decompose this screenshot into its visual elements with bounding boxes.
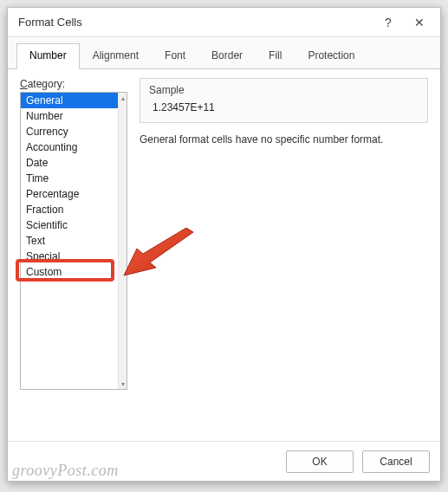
category-scientific[interactable]: Scientific xyxy=(21,217,118,233)
tab-alignment[interactable]: Alignment xyxy=(80,43,152,69)
tab-protection[interactable]: Protection xyxy=(295,43,367,69)
category-date[interactable]: Date xyxy=(21,155,118,171)
titlebar: Format Cells ? ✕ xyxy=(8,8,440,37)
tab-strip: Number Alignment Font Border Fill Protec… xyxy=(8,37,440,69)
category-accounting[interactable]: Accounting xyxy=(21,139,118,155)
scroll-up-icon[interactable]: ▴ xyxy=(119,93,127,103)
category-time[interactable]: Time xyxy=(21,171,118,186)
category-special[interactable]: Special xyxy=(21,249,118,264)
tab-font[interactable]: Font xyxy=(152,43,198,69)
scroll-down-icon[interactable]: ▾ xyxy=(119,379,127,389)
dialog-title: Format Cells xyxy=(18,16,373,29)
category-number[interactable]: Number xyxy=(21,108,118,124)
tab-fill[interactable]: Fill xyxy=(256,43,295,69)
cancel-button[interactable]: Cancel xyxy=(362,450,430,473)
category-custom[interactable]: Custom xyxy=(21,264,118,280)
tab-number[interactable]: Number xyxy=(16,43,80,69)
category-fraction[interactable]: Fraction xyxy=(21,202,118,217)
category-currency[interactable]: Currency xyxy=(21,124,118,139)
watermark: groovyPost.com xyxy=(12,462,119,480)
sample-column: Sample 1.23457E+11 General format cells … xyxy=(140,78,428,436)
sample-box: Sample 1.23457E+11 xyxy=(140,78,428,123)
format-description: General format cells have no specific nu… xyxy=(140,133,428,146)
category-column: Category: General Number Currency Accoun… xyxy=(20,78,127,436)
tab-border[interactable]: Border xyxy=(198,43,256,69)
close-icon[interactable]: ✕ xyxy=(404,10,435,35)
category-percentage[interactable]: Percentage xyxy=(21,186,118,202)
category-general[interactable]: General xyxy=(21,93,118,108)
sample-label: Sample xyxy=(149,84,419,96)
category-listbox[interactable]: General Number Currency Accounting Date … xyxy=(20,92,127,390)
ok-button[interactable]: OK xyxy=(286,450,354,473)
listbox-scrollbar[interactable]: ▴ ▾ xyxy=(118,93,127,389)
help-icon[interactable]: ? xyxy=(373,10,404,35)
category-label: Category: xyxy=(20,78,127,90)
tab-body-number: Category: General Number Currency Accoun… xyxy=(8,69,440,441)
category-text[interactable]: Text xyxy=(21,233,118,249)
format-cells-dialog: Format Cells ? ✕ Number Alignment Font B… xyxy=(7,7,441,482)
sample-value: 1.23457E+11 xyxy=(149,101,419,113)
